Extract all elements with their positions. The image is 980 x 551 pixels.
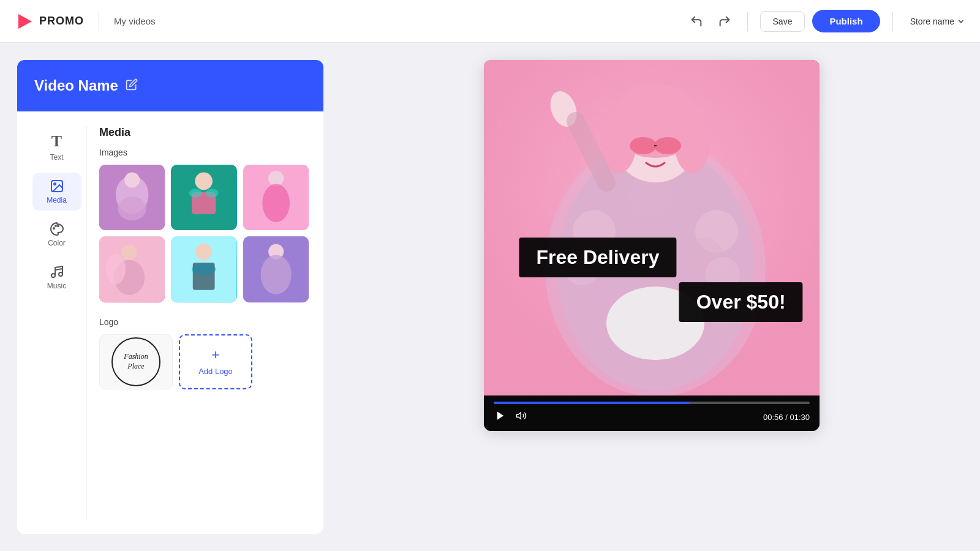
svg-point-20 xyxy=(262,184,290,222)
image-thumb-4[interactable] xyxy=(99,236,165,302)
play-button[interactable] xyxy=(494,409,507,425)
sidebar-item-media[interactable]: Media xyxy=(32,173,81,211)
save-button[interactable]: Save xyxy=(760,11,805,32)
current-time: 00:56 xyxy=(763,413,783,422)
publish-button[interactable]: Publish xyxy=(812,10,880,32)
images-grid xyxy=(99,165,309,302)
svg-point-3 xyxy=(53,228,55,229)
edit-video-name-icon[interactable] xyxy=(126,78,138,94)
add-logo-button[interactable]: + Add Logo xyxy=(179,334,252,389)
left-panel: Video Name T Text Media xyxy=(17,60,323,534)
svg-point-7 xyxy=(59,272,62,276)
fashion-logo-line2: Place xyxy=(127,362,144,370)
overlay-text-line1: Free Delivery xyxy=(536,246,659,268)
video-name-text: Video Name xyxy=(34,77,118,94)
time-display: 00:56 / 01:30 xyxy=(763,413,810,422)
video-preview: Free Delivery Over $50! xyxy=(484,60,820,395)
svg-point-45 xyxy=(674,106,710,173)
panel-body: T Text Media Color xyxy=(17,111,323,534)
svg-point-14 xyxy=(195,173,213,190)
header-vertical-divider xyxy=(747,12,748,31)
images-subsection-title: Images xyxy=(99,148,309,157)
sidebar-item-text[interactable]: T Text xyxy=(32,126,81,168)
svg-point-5 xyxy=(58,225,59,227)
sidebar-item-music[interactable]: Music xyxy=(32,258,81,296)
media-icon xyxy=(50,179,64,193)
color-icon xyxy=(50,222,64,236)
video-controls: 00:56 / 01:30 xyxy=(484,395,820,431)
app-header: PROMO My videos Save Publish Store name xyxy=(0,0,980,43)
image-thumb-2[interactable] xyxy=(171,165,236,230)
svg-point-2 xyxy=(54,183,56,185)
main-content: Video Name T Text Media xyxy=(0,43,980,551)
chevron-down-icon xyxy=(957,17,965,26)
volume-icon xyxy=(516,410,527,421)
volume-button[interactable] xyxy=(514,409,528,425)
svg-point-11 xyxy=(124,173,140,188)
svg-marker-52 xyxy=(497,411,504,420)
svg-point-47 xyxy=(654,137,681,154)
image-2-svg xyxy=(171,165,236,230)
image-1-svg xyxy=(99,165,165,230)
overlay-banner-line2: Over $50! xyxy=(679,282,803,322)
image-thumb-6[interactable] xyxy=(243,236,309,302)
image-thumb-1[interactable] xyxy=(99,165,165,230)
store-name-label: Store name xyxy=(910,17,954,26)
overlay-text-line2: Over $50! xyxy=(696,291,786,313)
music-icon xyxy=(50,264,64,279)
video-background: Free Delivery Over $50! xyxy=(484,60,820,395)
svg-point-4 xyxy=(55,225,56,227)
svg-point-46 xyxy=(630,137,657,154)
redo-button[interactable] xyxy=(714,11,735,32)
text-icon: T xyxy=(51,132,62,151)
overlay-banner-line1: Free Delivery xyxy=(519,238,676,277)
logo-subsection-title: Logo xyxy=(99,317,309,327)
play-icon xyxy=(495,410,506,421)
sidebar-music-label: Music xyxy=(47,282,66,290)
video-background-svg xyxy=(484,60,820,395)
store-name-button[interactable]: Store name xyxy=(910,17,965,26)
header-divider xyxy=(99,12,99,31)
logo-text: PROMO xyxy=(39,15,84,28)
add-logo-label: Add Logo xyxy=(198,367,233,376)
media-section-title: Media xyxy=(99,126,309,139)
fashion-logo-line1: Fashion xyxy=(124,352,148,361)
image-3-svg xyxy=(243,165,309,230)
undo-icon xyxy=(690,15,703,28)
image-thumb-3[interactable] xyxy=(243,165,309,230)
svg-point-16 xyxy=(189,189,202,197)
video-area: Free Delivery Over $50! xyxy=(341,60,963,534)
fashion-logo: Fashion Place xyxy=(111,337,160,386)
sidebar-media-label: Media xyxy=(47,196,67,204)
total-time: 01:30 xyxy=(790,413,810,422)
redo-icon xyxy=(718,15,731,28)
progress-bar-fill xyxy=(494,402,690,404)
header-vertical-divider-2 xyxy=(892,12,893,31)
sidebar-item-color[interactable]: Color xyxy=(32,216,81,253)
promo-logo-icon xyxy=(15,12,34,31)
svg-marker-53 xyxy=(517,413,521,419)
image-thumb-5[interactable] xyxy=(171,236,236,302)
svg-point-24 xyxy=(106,254,126,285)
svg-point-17 xyxy=(206,189,219,197)
logo-grid: Fashion Place + Add Logo xyxy=(99,334,309,389)
svg-marker-0 xyxy=(18,14,32,29)
video-name-bar: Video Name xyxy=(17,60,323,111)
svg-line-8 xyxy=(55,269,62,270)
undo-button[interactable] xyxy=(686,11,707,32)
image-4-svg xyxy=(99,236,165,302)
header-actions: Save Publish Store name xyxy=(686,10,965,32)
controls-row: 00:56 / 01:30 xyxy=(494,409,810,425)
sidebar-text-label: Text xyxy=(50,153,63,162)
logo-area: PROMO xyxy=(15,12,84,31)
image-5-svg xyxy=(171,236,236,302)
sidebar-color-label: Color xyxy=(48,239,66,247)
fashion-logo-item[interactable]: Fashion Place xyxy=(99,334,173,389)
media-content-area: Media Images xyxy=(87,126,309,519)
my-videos-link[interactable]: My videos xyxy=(114,16,156,26)
progress-bar-track[interactable] xyxy=(494,402,810,404)
svg-point-26 xyxy=(196,244,213,260)
image-6-svg xyxy=(243,236,309,302)
add-logo-plus-icon: + xyxy=(212,347,220,363)
svg-point-19 xyxy=(268,171,284,186)
